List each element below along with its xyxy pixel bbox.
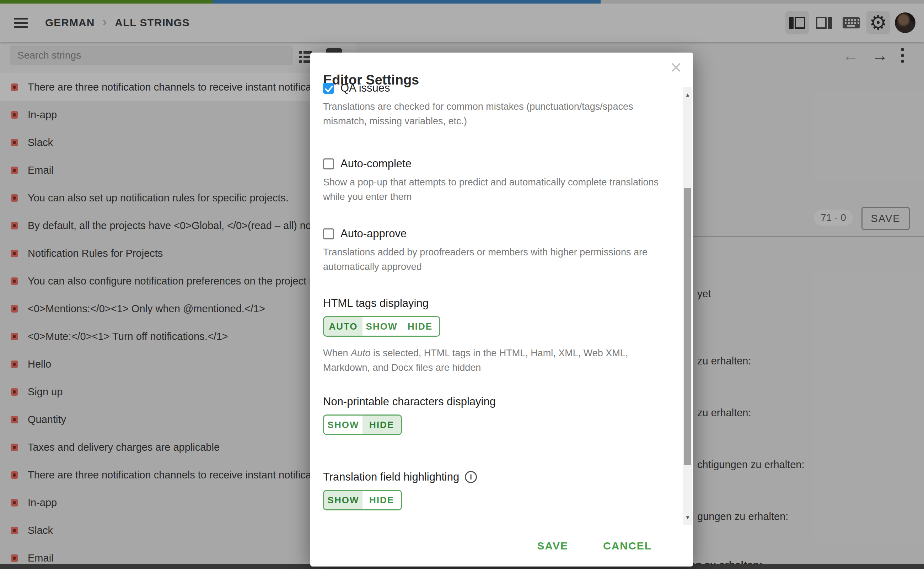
- checkbox-label: Auto-approve: [340, 227, 407, 240]
- toggle-setting-label-text: Non-printable characters displaying: [323, 395, 496, 408]
- info-icon[interactable]: i: [465, 471, 477, 483]
- scroll-up-icon[interactable]: ▲: [683, 87, 692, 102]
- setting-description: Translations added by proofreaders or me…: [323, 245, 661, 274]
- toggle-button-group: SHOWHIDE: [323, 414, 402, 435]
- modal-cancel-button[interactable]: CANCEL: [601, 540, 654, 552]
- close-icon[interactable]: ✕: [670, 60, 682, 75]
- toggle-option-hide[interactable]: HIDE: [401, 317, 439, 336]
- toggle-setting-label: HTML tags displaying: [323, 297, 664, 310]
- editor-settings-modal: Editor Settings ✕ QA issuesTranslations …: [310, 53, 693, 566]
- toggle-setting-label: Non-printable characters displaying: [323, 395, 664, 408]
- setting-qa-issues: QA issuesTranslations are checked for co…: [323, 82, 664, 129]
- toggle-option-auto[interactable]: AUTO: [324, 317, 363, 336]
- toggle-option-show[interactable]: SHOW: [324, 415, 363, 434]
- auto-complete-checkbox[interactable]: Auto-complete: [323, 157, 664, 170]
- setting-auto-approve: Auto-approveTranslations added by proofr…: [323, 227, 664, 274]
- setting-auto-complete: Auto-completeShow a pop-up that attempts…: [323, 157, 664, 204]
- auto-approve-checkbox[interactable]: Auto-approve: [323, 227, 664, 240]
- scrollbar-thumb[interactable]: [684, 188, 691, 465]
- toggle-option-hide[interactable]: HIDE: [363, 415, 401, 434]
- setting-html-tags-displaying: HTML tags displayingAUTOSHOWHIDEWhen Aut…: [323, 297, 664, 375]
- setting-translation-field-highlighting: Translation field highlightingiSHOWHIDE: [323, 471, 664, 510]
- setting-description: Translations are checked for common mist…: [323, 99, 661, 129]
- checkbox-unchecked-icon[interactable]: [323, 228, 334, 239]
- toggle-option-show[interactable]: SHOW: [363, 317, 401, 336]
- toggle-setting-label-text: Translation field highlighting: [323, 471, 459, 484]
- modal-actions: SAVE CANCEL: [310, 535, 654, 557]
- checkbox-label: Auto-complete: [340, 157, 412, 170]
- qa-issues-checkbox[interactable]: QA issues: [323, 82, 664, 94]
- toggle-button-group: AUTOSHOWHIDE: [323, 316, 440, 337]
- setting-description: When Auto is selected, HTML tags in the …: [323, 346, 661, 375]
- toggle-setting-label-text: HTML tags displaying: [323, 297, 428, 310]
- editor-screen: GERMAN › ALL STRINGS ⚙: [0, 0, 924, 569]
- toggle-option-show[interactable]: SHOW: [324, 491, 363, 509]
- scroll-down-icon[interactable]: ▼: [683, 509, 692, 525]
- checkbox-checked-icon[interactable]: [323, 83, 334, 94]
- checkbox-unchecked-icon[interactable]: [323, 158, 334, 169]
- toggle-button-group: SHOWHIDE: [323, 490, 402, 510]
- modal-save-button[interactable]: SAVE: [535, 540, 570, 552]
- toggle-option-hide[interactable]: HIDE: [363, 491, 401, 509]
- setting-non-printable-characters-displaying: Non-printable characters displayingSHOWH…: [323, 395, 664, 435]
- toggle-setting-label: Translation field highlightingi: [323, 471, 664, 484]
- checkbox-label: QA issues: [340, 82, 390, 94]
- modal-scrollbar[interactable]: ▲ ▼: [683, 87, 692, 525]
- setting-description: Show a pop-up that attempts to predict a…: [323, 175, 661, 204]
